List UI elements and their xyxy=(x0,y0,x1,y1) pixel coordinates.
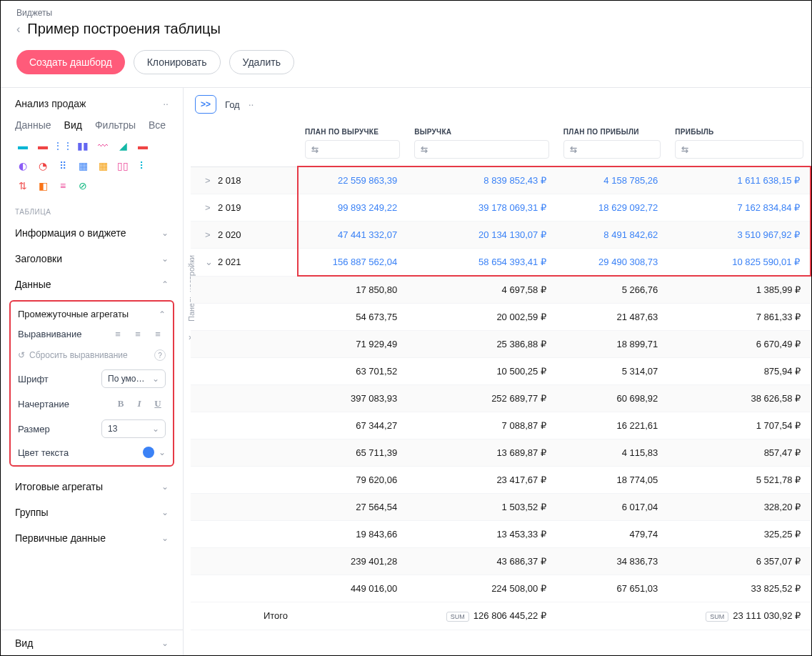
expand-all-button[interactable]: >> xyxy=(195,95,216,114)
acc-data[interactable]: Данные⌃ xyxy=(1,272,183,297)
font-select[interactable]: По умо…⌄ xyxy=(101,369,166,388)
detail-row: 397 083,93252 689,77 ₽60 698,9238 626,58… xyxy=(191,385,811,412)
year-row[interactable]: >2 02047 441 332,0720 134 130,07 ₽8 491 … xyxy=(191,222,811,249)
breadcrumb[interactable]: Виджеты xyxy=(16,8,796,18)
detail-row: 449 016,00224 508,00 ₽67 651,0333 825,52… xyxy=(191,575,811,602)
tab-filters[interactable]: Фильтры xyxy=(95,119,136,131)
col-header[interactable]: План по прибыли⇆ xyxy=(556,119,668,167)
detail-row: 17 850,804 697,58 ₽5 266,761 385,99 ₽ xyxy=(191,276,811,304)
tab-data[interactable]: Данные xyxy=(15,119,51,131)
reset-align-label[interactable]: Сбросить выравнивание xyxy=(29,350,128,360)
detail-row: 79 620,0623 417,67 ₽18 774,055 521,78 ₽ xyxy=(191,467,811,494)
create-dashboard-button[interactable]: Создать дашборд xyxy=(16,50,125,74)
align-center-icon[interactable]: ≡ xyxy=(130,327,146,341)
year-row[interactable]: >2 01822 559 863,398 839 852,43 ₽4 158 7… xyxy=(191,167,811,194)
chart-icon[interactable]: ⇅ xyxy=(15,178,31,194)
chart-icon[interactable]: ◢ xyxy=(115,138,131,154)
detail-row: 27 564,541 503,52 ₽6 017,04328,20 ₽ xyxy=(191,494,811,521)
chart-icon[interactable]: ◔ xyxy=(35,158,51,174)
clone-button[interactable]: Клонировать xyxy=(134,50,221,74)
color-label: Цвет текста xyxy=(18,447,69,458)
chart-icon[interactable]: ▬ xyxy=(35,138,51,154)
page-title: Пример построения таблицы xyxy=(27,21,221,37)
align-label: Выравнивание xyxy=(18,329,81,339)
expand-icon[interactable]: > xyxy=(205,175,212,186)
back-chevron-icon[interactable]: ‹ xyxy=(16,23,20,36)
acc-headers[interactable]: Заголовки⌄ xyxy=(1,246,183,272)
chevron-down-icon: ⌄ xyxy=(161,482,169,492)
bold-icon[interactable]: B xyxy=(113,397,129,411)
chart-icon[interactable]: ◐ xyxy=(15,158,31,174)
col-header[interactable]: Выручка⇆ xyxy=(407,119,556,167)
chart-icon[interactable]: ▬ xyxy=(135,138,151,154)
chevron-down-icon: ⌄ xyxy=(161,228,169,238)
detail-row: 19 843,6613 453,33 ₽479,74325,25 ₽ xyxy=(191,521,811,548)
detail-row: 65 711,3913 689,87 ₽4 115,83857,47 ₽ xyxy=(191,439,811,467)
acc-groups[interactable]: Группы⌄ xyxy=(1,500,183,525)
panel-title: Промежуточные агрегаты xyxy=(18,309,129,319)
col-header[interactable]: План по выручке⇆ xyxy=(298,119,407,167)
chart-icon[interactable]: ▦ xyxy=(95,158,111,174)
tab-all[interactable]: Все xyxy=(149,119,166,131)
tab-view[interactable]: Вид xyxy=(64,119,82,131)
chevron-down-icon: ⌄ xyxy=(161,254,169,264)
chevron-down-icon: ⌄ xyxy=(161,533,169,543)
year-row[interactable]: >2 01999 893 249,2239 178 069,31 ₽18 629… xyxy=(191,194,811,222)
expand-icon[interactable]: > xyxy=(205,202,212,213)
chart-icon[interactable]: ◧ xyxy=(35,178,51,194)
data-table: План по выручке⇆ Выручка⇆ План по прибыл… xyxy=(191,119,811,630)
year-more-icon[interactable]: ·· xyxy=(249,99,254,110)
chevron-up-icon: ⌃ xyxy=(161,279,169,289)
help-icon[interactable]: ? xyxy=(154,349,166,361)
size-select[interactable]: 13⌄ xyxy=(101,419,166,438)
filter-input[interactable]: ⇆ xyxy=(563,140,661,159)
filter-input[interactable]: ⇆ xyxy=(414,140,549,159)
widget-name: Анализ продаж xyxy=(15,98,86,109)
col-header[interactable]: Прибыль⇆ xyxy=(668,119,811,167)
total-row: Итого SUM126 806 445,22 ₽ SUM23 111 030,… xyxy=(191,602,811,630)
chart-icon[interactable]: ⋮⋮ xyxy=(55,138,71,154)
chart-icon[interactable]: ▦ xyxy=(75,158,91,174)
chart-icon[interactable]: ▯▯ xyxy=(115,158,131,174)
chevron-down-icon[interactable]: ⌄ xyxy=(159,447,166,457)
detail-row: 239 401,2843 686,37 ₽34 836,736 357,07 ₽ xyxy=(191,548,811,575)
expand-icon[interactable]: > xyxy=(205,229,212,240)
font-label: Шрифт xyxy=(18,374,49,384)
chart-icon[interactable]: ≡ xyxy=(55,178,71,194)
detail-row: 54 673,7520 002,59 ₽21 487,637 861,33 ₽ xyxy=(191,304,811,331)
chevron-down-icon: ⌄ xyxy=(161,507,169,517)
filter-input[interactable]: ⇆ xyxy=(675,140,803,159)
acc-final-agg[interactable]: Итоговые агрегаты⌄ xyxy=(1,474,183,500)
acc-widget-info[interactable]: Информация о виджете⌄ xyxy=(1,220,183,246)
chevron-down-icon: ⌄ xyxy=(161,638,169,648)
chart-icon[interactable]: ⊘ xyxy=(75,178,91,194)
color-swatch[interactable] xyxy=(143,447,154,458)
filter-input[interactable]: ⇆ xyxy=(305,140,400,159)
chart-type-grid: ▬ ▬ ⋮⋮ ▮▮ 〰 ◢ ▬ ◐ ◔ ⠿ ▦ ▦ ▯▯ ⠇ ⇅ ◧ ≡ ⊘ xyxy=(1,138,183,202)
chevron-up-icon[interactable]: ⌃ xyxy=(159,309,166,319)
chart-icon[interactable]: ▮▮ xyxy=(75,138,91,154)
year-row[interactable]: ⌄2 021156 887 562,0458 654 393,41 ₽29 49… xyxy=(191,249,811,277)
sum-badge: SUM xyxy=(446,612,469,622)
expand-icon[interactable]: ⌄ xyxy=(205,257,212,267)
section-label: Таблица xyxy=(1,202,183,220)
align-left-icon[interactable]: ≡ xyxy=(110,327,126,341)
table-area: >> Год ·· План по выручке⇆ Выручка⇆ План… xyxy=(184,88,811,656)
intermediate-aggregates-panel: Промежуточные агрегаты⌃ Выравнивание ≡ ≡… xyxy=(9,300,174,467)
more-icon[interactable]: ·· xyxy=(163,98,169,109)
chart-icon[interactable]: ⠇ xyxy=(135,158,151,174)
chart-icon[interactable]: ⠿ xyxy=(55,158,71,174)
underline-icon[interactable]: U xyxy=(150,397,166,411)
acc-primary[interactable]: Первичные данные⌄ xyxy=(1,525,183,551)
acc-view-bottom[interactable]: Вид⌄ xyxy=(1,630,183,656)
italic-icon[interactable]: I xyxy=(131,397,147,411)
year-label: Год xyxy=(225,99,240,110)
chart-icon[interactable]: ▬ xyxy=(15,138,31,154)
align-right-icon[interactable]: ≡ xyxy=(150,327,166,341)
reset-icon[interactable]: ↺ xyxy=(18,350,25,360)
style-label: Начертание xyxy=(18,399,69,409)
sum-badge: SUM xyxy=(706,612,728,622)
chart-icon[interactable]: 〰 xyxy=(95,138,111,154)
detail-row: 63 701,5210 500,25 ₽5 314,07875,94 ₽ xyxy=(191,358,811,385)
delete-button[interactable]: Удалить xyxy=(229,50,294,74)
